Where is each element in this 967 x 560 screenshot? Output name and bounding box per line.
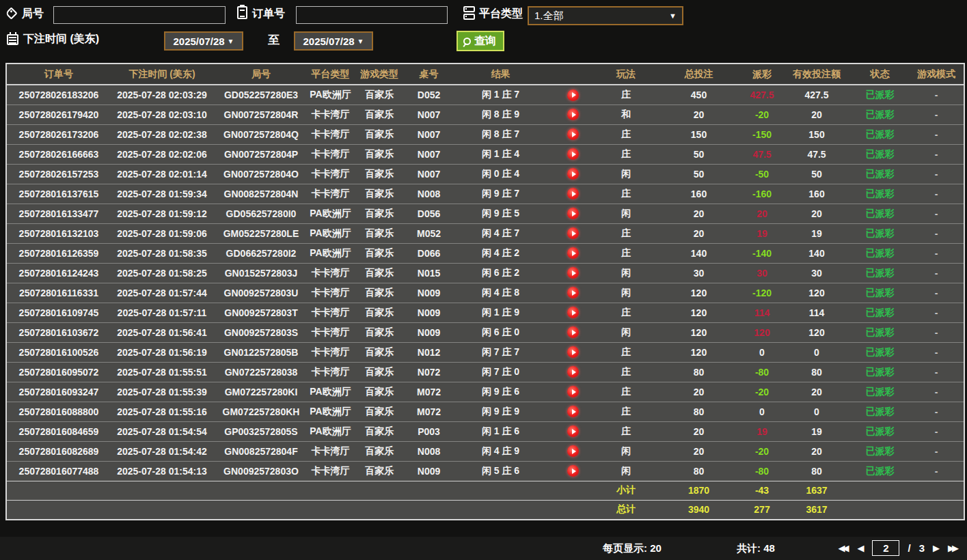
previous-page-button[interactable]: ◀ [857, 543, 864, 553]
cell-platform-type: 卡卡湾厅 [309, 124, 352, 144]
cell-result: 闲 9 庄 6 [451, 382, 550, 402]
cell-total-bet: 80 [656, 461, 741, 481]
cell-round-number: GN0152572803J [213, 263, 309, 283]
cell-order-number: 250728016100526 [7, 342, 111, 362]
last-page-button[interactable]: ▶▶ [948, 543, 959, 553]
play-video-icon[interactable] [567, 128, 579, 140]
cell-table-number: N009 [407, 303, 451, 322]
cell-payout: -20 [741, 441, 782, 461]
cell-game-type: 百家乐 [352, 362, 407, 382]
cell-table-number: D052 [407, 85, 451, 104]
table-row: 2507280161334772025-07-28 01:59:12GD0562… [7, 204, 964, 223]
play-video-icon[interactable] [567, 307, 579, 318]
tag-icon [5, 7, 17, 19]
cell-video [550, 421, 596, 441]
cell-status: 已派彩 [851, 402, 909, 421]
cell-play-method: 庄 [596, 421, 656, 441]
play-video-icon[interactable] [567, 109, 579, 120]
first-page-button[interactable]: ◀◀ [838, 543, 849, 553]
cell-bet-time: 2025-07-28 01:59:12 [111, 204, 213, 223]
cell-total-bet: 50 [656, 164, 741, 184]
cell-payout: -140 [741, 243, 782, 263]
play-video-icon[interactable] [567, 465, 579, 477]
cell-game-type: 百家乐 [352, 402, 407, 421]
cell-total-bet: 140 [656, 243, 741, 263]
cell-order-number: 250728016103672 [7, 322, 111, 342]
next-page-button[interactable]: ▶ [933, 543, 940, 553]
play-video-icon[interactable] [567, 326, 579, 338]
cell-bet-time: 2025-07-28 01:55:51 [111, 362, 213, 382]
round-number-input[interactable] [53, 6, 226, 24]
cell-valid-bet: 80 [782, 461, 851, 481]
cell-game-type: 百家乐 [352, 104, 407, 124]
cell-valid-bet: 19 [782, 223, 851, 243]
table-row: 2507280161321032025-07-28 01:59:06GM0522… [7, 223, 964, 243]
cell-video [550, 461, 596, 481]
table-row: 2507280160950722025-07-28 01:55:51GN0722… [7, 362, 964, 382]
play-video-icon[interactable] [567, 366, 579, 378]
cell-play-method: 庄 [596, 85, 656, 104]
cell-round-number: GN0082572804F [213, 441, 309, 461]
cell-payout: -80 [741, 362, 782, 382]
play-video-icon[interactable] [567, 425, 579, 437]
platform-type-select[interactable]: 1.全部 ▼ [528, 6, 683, 25]
search-button-label: 查询 [474, 34, 496, 48]
play-video-icon[interactable] [567, 148, 579, 160]
cell-game-mode: - [909, 461, 964, 481]
cell-order-number: 250728016088800 [7, 402, 111, 421]
cell-play-method: 庄 [596, 303, 656, 322]
cell-bet-time: 2025-07-28 01:59:34 [111, 184, 213, 204]
play-video-icon[interactable] [567, 227, 579, 239]
cell-valid-bet: 20 [782, 382, 851, 402]
table-row: 2507280161036722025-07-28 01:56:41GN0092… [7, 322, 964, 342]
cell-total-bet: 150 [656, 124, 741, 144]
play-video-icon[interactable] [567, 386, 579, 397]
cell-payout: 30 [741, 263, 782, 283]
play-video-icon[interactable] [567, 287, 579, 298]
cell-play-method: 庄 [596, 144, 656, 164]
cell-round-number: GN0082572804N [213, 184, 309, 204]
play-video-icon[interactable] [567, 89, 579, 101]
table-row: 2507280160932472025-07-28 01:55:39GM0722… [7, 382, 964, 402]
cell-order-number: 250728026157253 [7, 164, 111, 184]
cell-payout: -50 [741, 164, 782, 184]
platform-type-label: 平台类型 [479, 7, 523, 21]
date-from-picker[interactable]: 2025/07/28 ▼ [164, 31, 243, 51]
grand-total-total-bet: 3940 [656, 500, 741, 519]
cell-game-mode: - [909, 204, 964, 223]
cell-video [550, 263, 596, 283]
cell-table-number: N072 [407, 362, 451, 382]
cell-status: 已派彩 [851, 461, 909, 481]
cell-status: 已派彩 [851, 85, 909, 104]
cell-round-number: GN07225728038 [213, 362, 309, 382]
cell-order-number: 250728026173206 [7, 124, 111, 144]
play-video-icon[interactable] [567, 168, 579, 180]
cell-video [550, 402, 596, 421]
cell-table-number: N007 [407, 104, 451, 124]
cell-round-number: GD066257280I2 [213, 243, 309, 263]
current-page-input[interactable] [872, 540, 899, 556]
cell-video [550, 243, 596, 263]
search-button[interactable]: 查询 [457, 31, 504, 51]
order-number-input[interactable] [296, 6, 448, 24]
cell-payout: -160 [741, 184, 782, 204]
round-number-label: 局号 [22, 7, 44, 21]
cell-total-bet: 20 [656, 382, 741, 402]
play-video-icon[interactable] [567, 267, 579, 279]
cell-video [550, 124, 596, 144]
table-row: 2507280161005262025-07-28 01:56:19GN0122… [7, 342, 964, 362]
play-video-icon[interactable] [567, 188, 579, 199]
cell-order-number: 250728016109745 [7, 303, 111, 322]
cell-status: 已派彩 [851, 342, 909, 362]
play-video-icon[interactable] [567, 445, 579, 457]
table-row: 2507280161097452025-07-28 01:57:11GN0092… [7, 303, 964, 322]
cell-status: 已派彩 [851, 283, 909, 303]
play-video-icon[interactable] [567, 346, 579, 358]
table-row: 2507280261794202025-07-28 02:03:10GN0072… [7, 104, 964, 124]
play-video-icon[interactable] [567, 406, 579, 417]
play-video-icon[interactable] [567, 208, 579, 219]
cell-payout: 114 [741, 303, 782, 322]
date-to-picker[interactable]: 2025/07/28 ▼ [294, 31, 373, 51]
cell-game-type: 百家乐 [352, 164, 407, 184]
play-video-icon[interactable] [567, 247, 579, 259]
